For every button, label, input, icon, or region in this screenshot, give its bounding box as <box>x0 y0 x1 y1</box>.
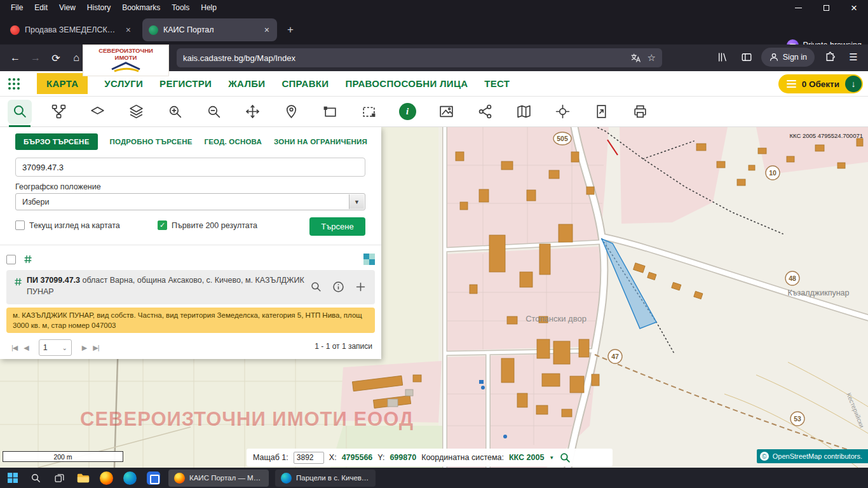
app-menu-icon[interactable]: ☰ <box>844 48 863 67</box>
zoom-to-results-icon[interactable] <box>363 254 375 265</box>
tool-pan[interactable] <box>240 100 264 124</box>
map-scale-bar: 200 m <box>3 451 123 462</box>
menu-file[interactable]: File <box>5 3 29 12</box>
search-input[interactable] <box>15 158 365 177</box>
close-button[interactable]: × <box>840 0 868 15</box>
pin-icon <box>283 104 299 119</box>
tool-locate[interactable] <box>279 100 303 124</box>
menu-history[interactable]: History <box>81 3 116 12</box>
crs-caret-icon[interactable]: ▼ <box>549 455 554 461</box>
osm-attribution[interactable]: © OpenStreetMap contributors. <box>757 449 868 463</box>
tool-layer-flat[interactable] <box>85 100 109 124</box>
prev-page-button[interactable]: ◀ <box>24 344 28 352</box>
menu-bookmarks[interactable]: Bookmarks <box>116 3 166 12</box>
page-select[interactable]: 1 ⌄ <box>39 339 72 356</box>
account-icon <box>769 52 779 62</box>
coordinate-search-icon[interactable] <box>559 452 571 464</box>
blue-app-button[interactable] <box>145 470 162 487</box>
start-button[interactable] <box>4 470 21 487</box>
signin-button[interactable]: Sign in <box>761 48 815 67</box>
tab-close-icon[interactable]: × <box>125 25 132 35</box>
menu-edit[interactable]: Edit <box>29 3 53 12</box>
browser-tab-imot[interactable]: Продава ЗЕМЕДЕЛСКА ЗЕМЯ в × <box>4 18 139 41</box>
minimize-button[interactable] <box>784 0 812 15</box>
url-bar[interactable]: kais.cadastre.bg/bg/Map/Index ☆ <box>177 48 662 67</box>
geo-position-select[interactable]: Избери ▼ <box>15 193 365 210</box>
tool-layers[interactable] <box>124 100 148 124</box>
result-row[interactable]: ПИ 37099.47.3 област Варна, община Аксак… <box>6 270 375 304</box>
menu-help[interactable]: Help <box>195 3 222 12</box>
new-tab-button[interactable]: + <box>281 20 300 39</box>
search-button[interactable]: Търсене <box>309 217 365 236</box>
translate-icon[interactable] <box>630 53 641 64</box>
taskbar-window-parceli[interactable]: Парцели в с. Кичево... <box>275 470 376 487</box>
bookmark-star-icon[interactable]: ☆ <box>648 52 656 64</box>
first-page-button[interactable]: |◀ <box>11 344 17 352</box>
tool-terrain[interactable] <box>434 100 458 124</box>
edge-button[interactable] <box>121 470 139 487</box>
library-icon[interactable] <box>713 48 732 67</box>
result-add-icon[interactable] <box>352 278 369 295</box>
navbar-right: Sign in ☰ <box>713 48 863 67</box>
forward-button[interactable]: → <box>25 48 46 68</box>
menu-tools[interactable]: Tools <box>166 3 195 12</box>
reload-button[interactable]: ⟳ <box>46 48 66 68</box>
nav-registri[interactable]: РЕГИСТРИ <box>159 78 212 89</box>
tool-basemap[interactable] <box>512 100 536 124</box>
nav-spravki[interactable]: СПРАВКИ <box>281 78 329 89</box>
nav-zhalbi[interactable]: ЖАЛБИ <box>228 78 265 89</box>
panel-tabs: БЪРЗО ТЪРСЕНЕ ПОДРОБНО ТЪРСЕНЕ ГЕОД. ОСН… <box>0 127 381 151</box>
task-view-button[interactable] <box>51 470 68 487</box>
tool-share[interactable] <box>473 100 497 124</box>
tool-select-rect[interactable] <box>318 100 342 124</box>
next-page-button[interactable]: ▶ <box>82 344 86 352</box>
taskbar-search-button[interactable] <box>27 470 44 487</box>
first200-option[interactable]: ✓ Първите 200 резултата <box>158 220 257 230</box>
tab-quick-search[interactable]: БЪРЗО ТЪРСЕНЕ <box>15 133 98 150</box>
current-view-checkbox[interactable] <box>15 220 25 230</box>
nav-test[interactable]: ТЕСТ <box>484 78 510 89</box>
firefox-button[interactable] <box>98 470 115 487</box>
extensions-icon[interactable] <box>820 48 839 67</box>
browser-tab-kais[interactable]: КАИС Портал × <box>142 18 277 41</box>
tool-search[interactable] <box>8 100 32 124</box>
tool-zoom-out[interactable] <box>201 100 226 124</box>
nav-karta[interactable]: КАРТА <box>37 73 88 94</box>
tab-geodetic-base[interactable]: ГЕОД. ОСНОВА <box>205 138 262 146</box>
current-view-option[interactable]: Текущ изглед на картата <box>15 220 120 230</box>
crs-select[interactable]: ККС 2005 <box>509 453 544 462</box>
tab-detailed-search[interactable]: ПОДРОБНО ТЪРСЕНЕ <box>110 138 193 146</box>
tool-network[interactable] <box>46 100 71 124</box>
tool-print[interactable] <box>628 100 652 124</box>
layer-icon <box>90 104 105 119</box>
crosshair-icon <box>555 104 571 119</box>
menu-view[interactable]: View <box>53 3 81 12</box>
geo-position-label: Географско положение <box>15 182 101 191</box>
taskbar: КАИС Портал — Mo... Парцели в с. Кичево.… <box>0 468 868 488</box>
tab-restriction-zones[interactable]: ЗОНИ НА ОГРАНИЧЕНИЯ <box>274 138 367 146</box>
objects-button[interactable]: 0 Обекти ↓ <box>778 74 863 93</box>
select-all-checkbox[interactable] <box>6 255 16 264</box>
taskbar-window-kais[interactable]: КАИС Портал — Mo... <box>168 470 269 487</box>
tool-coordinates[interactable] <box>550 100 574 124</box>
last-page-button[interactable]: ▶| <box>93 344 98 352</box>
tool-info[interactable]: i <box>395 100 419 124</box>
tool-export[interactable] <box>589 100 613 124</box>
app-grid-icon[interactable] <box>8 78 20 90</box>
tool-zoom-in[interactable] <box>163 100 187 124</box>
select-caret-icon[interactable]: ▼ <box>349 194 364 209</box>
first200-checkbox[interactable]: ✓ <box>158 220 167 230</box>
restore-button[interactable] <box>812 0 840 15</box>
objects-download-icon[interactable]: ↓ <box>845 76 862 92</box>
nav-uslugi[interactable]: УСЛУГИ <box>104 78 143 89</box>
scale-input[interactable] <box>294 452 324 464</box>
sidebar-icon[interactable] <box>737 48 756 67</box>
result-zoom-icon[interactable] <box>308 278 324 295</box>
nav-pravosposobni[interactable]: ПРАВОСПОСОБНИ ЛИЦА <box>345 78 468 89</box>
back-button[interactable]: ← <box>5 48 25 68</box>
result-info-icon[interactable] <box>330 278 346 295</box>
result-details: м. КАЗЪЛДЖИК ПУНАР, вид собств. Частна, … <box>6 308 375 333</box>
tool-select-extent[interactable] <box>356 100 381 124</box>
file-explorer-button[interactable] <box>74 470 92 487</box>
tab-close-icon[interactable]: × <box>263 25 271 35</box>
